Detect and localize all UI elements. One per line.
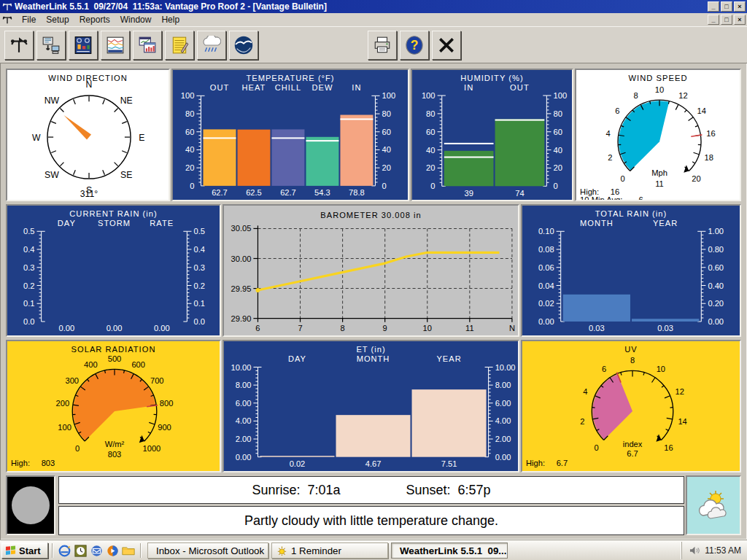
minimize-button[interactable]: _	[708, 1, 719, 12]
bar-dew	[306, 137, 338, 186]
gauge-unit: Mph	[651, 168, 667, 177]
task-reminder[interactable]: 1 Reminder	[271, 542, 388, 559]
child-window-icon[interactable]	[2, 15, 12, 25]
reports-button[interactable]	[165, 31, 194, 60]
download-icon	[42, 36, 61, 55]
child-restore-button[interactable]: □	[721, 15, 732, 25]
gauge-label: 4	[583, 387, 587, 396]
gauge-label: 16	[664, 443, 673, 452]
menu-reports[interactable]: Reports	[74, 13, 115, 26]
storm-button[interactable]	[197, 31, 226, 60]
windows-logo-icon	[5, 545, 16, 556]
y-tick-label: 2.00	[236, 435, 252, 443]
child-close-button[interactable]: ×	[734, 15, 746, 25]
column-value: 7.51	[441, 459, 457, 468]
y-tick-label: 20	[382, 163, 391, 172]
plot-button[interactable]	[133, 31, 162, 60]
column-label: DAY	[58, 219, 76, 228]
y-tick-label: 0.3	[194, 263, 206, 272]
gauge-label: 300	[65, 376, 79, 385]
y-tick-label: 0.60	[708, 263, 724, 272]
taskbar: Start Inbox - Microsoft Outlook 1 Remind…	[0, 540, 747, 560]
title-bar: WeatherLink 5.5.1 09/27/04 11:53a: Vanta…	[0, 0, 747, 13]
y-tick-label: 60	[554, 128, 562, 136]
bulletin-button[interactable]	[69, 31, 98, 60]
y-tick-label: 0.04	[538, 281, 554, 290]
bar-month	[336, 415, 411, 457]
gauge-label: 500	[108, 354, 122, 363]
y-tick-label: 20	[185, 163, 194, 172]
column-value: 39	[464, 189, 473, 198]
mail-icon[interactable]	[89, 543, 104, 558]
compass-label: SE	[120, 170, 132, 180]
chart-title: TOTAL RAIN (in)	[595, 209, 667, 218]
gauge-value: 803	[108, 450, 122, 459]
gauge-label: 14	[678, 417, 686, 426]
stat-label: High:	[11, 459, 30, 467]
reports-icon	[170, 36, 189, 55]
close-button[interactable]: ×	[734, 1, 746, 12]
media-player-icon[interactable]	[105, 543, 120, 558]
chart-title: CURRENT RAIN (in)	[69, 209, 157, 218]
y-tick-label: 0.0	[23, 317, 35, 326]
y-tick-label: 80	[554, 109, 562, 118]
noaa-button[interactable]	[229, 31, 258, 60]
y-tick-label: 0.08	[538, 245, 554, 254]
internet-explorer-icon[interactable]	[57, 543, 71, 558]
bulletin-icon	[74, 36, 93, 55]
forecast-bar: Partly cloudy with little temperature ch…	[58, 506, 684, 535]
restore-button[interactable]: □	[721, 1, 732, 12]
menu-window[interactable]: Window	[115, 13, 157, 26]
folder-icon[interactable]	[121, 543, 136, 558]
download-button[interactable]	[36, 31, 66, 60]
task-outlook[interactable]: Inbox - Microsoft Outlook	[147, 542, 268, 559]
y-tick-label: 8.00	[236, 381, 252, 389]
menu-file[interactable]: File	[17, 13, 41, 26]
bar-out	[495, 119, 545, 186]
child-minimize-button[interactable]: _	[708, 15, 719, 25]
weather-station-button[interactable]	[4, 31, 34, 60]
svg-text:?: ?	[411, 38, 419, 52]
panel-uv: UV0246810121416index6.7High:6.7	[521, 340, 741, 472]
y-tick-label: 0.5	[194, 227, 206, 236]
sunrise-label: Sunrise:	[252, 483, 300, 498]
child-window-controls: _ □ ×	[708, 15, 746, 25]
clock-launcher-icon[interactable]	[73, 543, 88, 558]
y-tick-label: 0.4	[23, 245, 35, 254]
y-tick-label: 20	[426, 164, 435, 173]
panel-solar-radiation: SOLAR RADIATION0100200300400500600700800…	[6, 340, 221, 472]
close-bulletin-button[interactable]	[432, 31, 461, 60]
column-label: YEAR	[436, 354, 461, 363]
gauge-label: 0	[75, 444, 80, 453]
taskbar-separator-2	[140, 543, 141, 558]
help-icon: ?	[404, 35, 425, 55]
gauge-label: 12	[675, 387, 684, 396]
column-value: 54.3	[314, 188, 330, 197]
gauge-label: 6	[602, 365, 606, 373]
wind-direction-chart: WIND DIRECTIONNNEESESSWWNW311°	[7, 70, 169, 200]
x-tick-label: 7	[298, 324, 302, 332]
marker-line	[495, 120, 545, 121]
menu-help[interactable]: Help	[156, 13, 185, 26]
bar-month	[563, 295, 630, 322]
y-tick-label: 0.2	[23, 281, 35, 290]
strip-chart-button[interactable]	[101, 31, 130, 60]
print-button[interactable]	[368, 31, 397, 60]
help-button[interactable]: ?	[400, 31, 429, 60]
taskbar-clock[interactable]: 11:53 AM	[705, 545, 741, 556]
menu-setup[interactable]: Setup	[41, 13, 74, 26]
compass-label: E	[139, 133, 144, 143]
column-label: DAY	[288, 354, 306, 363]
marker-line	[340, 118, 373, 120]
volume-icon[interactable]	[689, 545, 700, 556]
y-tick-label: 0.10	[538, 227, 554, 236]
task-weatherlink[interactable]: WeatherLink 5.5.1 09...	[391, 542, 508, 559]
plot-icon	[138, 36, 157, 55]
column-value: 62.5	[246, 188, 262, 197]
start-button[interactable]: Start	[1, 542, 48, 559]
gauge-label: 6	[615, 106, 619, 115]
y-tick-label: 29.95	[231, 284, 252, 293]
stat-label: High:	[526, 459, 545, 467]
y-tick-label: 40	[554, 146, 562, 155]
grid	[258, 228, 511, 318]
